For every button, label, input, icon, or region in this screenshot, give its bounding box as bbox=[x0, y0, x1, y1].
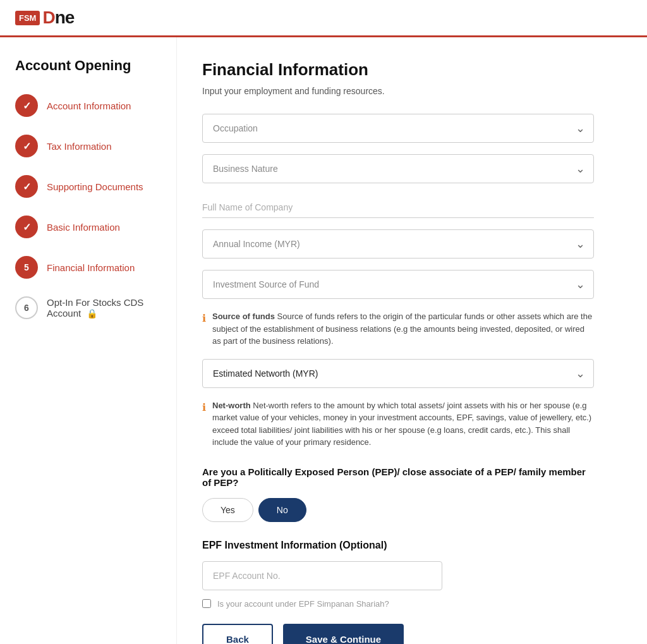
epf-section-title: EPF Investment Information (Optional) bbox=[202, 540, 594, 551]
logo-fsm-badge: FSM bbox=[15, 11, 40, 25]
annual-income-select-wrapper: Annual Income (MYR) bbox=[202, 229, 594, 258]
step-circle-1: ✓ bbox=[15, 94, 38, 117]
epf-section: EPF Investment Information (Optional) Is… bbox=[202, 540, 594, 609]
info-circle-icon-2: ℹ bbox=[202, 400, 206, 449]
occupation-group: Occupation bbox=[202, 114, 594, 143]
step-number-6: 6 bbox=[24, 303, 29, 313]
step-circle-5: 5 bbox=[15, 256, 38, 279]
logo: FSM Dne bbox=[15, 8, 74, 28]
sidebar-item-financial-information[interactable]: 5 Financial Information bbox=[15, 256, 161, 279]
step-label-2: Tax Information bbox=[47, 141, 112, 152]
step-circle-4: ✓ bbox=[15, 216, 38, 238]
epf-shariah-label: Is your account under EPF Simpanan Shari… bbox=[217, 599, 389, 609]
estimated-networth-group: Estimated Networth (MYR) bbox=[202, 359, 594, 388]
networth-info: ℹ Net-worth Net-worth refers to the amou… bbox=[202, 399, 594, 449]
occupation-select-wrapper: Occupation bbox=[202, 114, 594, 143]
occupation-select[interactable]: Occupation bbox=[202, 114, 594, 143]
step-circle-2: ✓ bbox=[15, 135, 38, 157]
annual-income-group: Annual Income (MYR) bbox=[202, 229, 594, 258]
step-number-5: 5 bbox=[24, 262, 29, 272]
info-circle-icon-1: ℹ bbox=[202, 311, 206, 348]
logo-one-text: Dne bbox=[42, 8, 74, 28]
estimated-networth-select[interactable]: Estimated Networth (MYR) bbox=[202, 359, 594, 388]
header: FSM Dne bbox=[0, 0, 647, 37]
page-subtitle: Input your employment and funding resour… bbox=[202, 86, 594, 96]
step-label-4: Basic Information bbox=[47, 222, 120, 233]
step-label-3: Supporting Documents bbox=[47, 181, 143, 192]
bottom-buttons: Back Save & Continue bbox=[202, 624, 594, 645]
sidebar-title: Account Opening bbox=[15, 58, 161, 74]
back-button[interactable]: Back bbox=[202, 624, 273, 645]
source-of-funds-text: Source of funds Source of funds refers t… bbox=[212, 310, 594, 348]
company-name-input[interactable] bbox=[202, 195, 594, 218]
epf-account-input[interactable] bbox=[202, 561, 442, 590]
business-nature-select[interactable]: Business Nature bbox=[202, 154, 594, 183]
company-name-group bbox=[202, 195, 594, 218]
sidebar-item-basic-information[interactable]: ✓ Basic Information bbox=[15, 216, 161, 238]
source-of-funds-info: ℹ Source of funds Source of funds refers… bbox=[202, 310, 594, 348]
page-title: Financial Information bbox=[202, 60, 594, 80]
investment-source-select[interactable]: Investment Source of Fund bbox=[202, 270, 594, 299]
sidebar-item-tax-information[interactable]: ✓ Tax Information bbox=[15, 135, 161, 157]
save-continue-button[interactable]: Save & Continue bbox=[283, 624, 404, 645]
pep-yes-button[interactable]: Yes bbox=[202, 498, 253, 522]
pep-no-button[interactable]: No bbox=[258, 498, 306, 522]
epf-shariah-checkbox[interactable] bbox=[202, 599, 211, 608]
sidebar-item-stocks-cds[interactable]: 6 Opt-In For Stocks CDS Account 🔒 bbox=[15, 296, 161, 319]
step-label-1: Account Information bbox=[47, 100, 131, 111]
step-label-6: Opt-In For Stocks CDS Account 🔒 bbox=[47, 297, 161, 319]
step-circle-3: ✓ bbox=[15, 175, 38, 198]
sidebar-item-account-information[interactable]: ✓ Account Information bbox=[15, 94, 161, 117]
epf-checkbox-row: Is your account under EPF Simpanan Shari… bbox=[202, 599, 594, 609]
content-area: Financial Information Input your employm… bbox=[177, 37, 619, 644]
sidebar-item-supporting-documents[interactable]: ✓ Supporting Documents bbox=[15, 175, 161, 198]
networth-text: Net-worth Net-worth refers to the amount… bbox=[212, 399, 594, 449]
pep-buttons: Yes No bbox=[202, 498, 594, 522]
business-nature-group: Business Nature bbox=[202, 154, 594, 183]
estimated-networth-select-wrapper: Estimated Networth (MYR) bbox=[202, 359, 594, 388]
investment-source-group: Investment Source of Fund bbox=[202, 270, 594, 299]
step-circle-6: 6 bbox=[15, 296, 38, 319]
business-nature-select-wrapper: Business Nature bbox=[202, 154, 594, 183]
lock-icon: 🔒 bbox=[87, 308, 97, 319]
step-label-5: Financial Information bbox=[47, 262, 135, 273]
investment-source-select-wrapper: Investment Source of Fund bbox=[202, 270, 594, 299]
pep-question: Are you a Politically Exposed Person (PE… bbox=[202, 466, 594, 488]
sidebar-steps: ✓ Account Information ✓ Tax Information … bbox=[15, 94, 161, 319]
annual-income-select[interactable]: Annual Income (MYR) bbox=[202, 229, 594, 258]
sidebar: Account Opening ✓ Account Information ✓ … bbox=[0, 37, 177, 644]
main-layout: Account Opening ✓ Account Information ✓ … bbox=[0, 37, 647, 644]
